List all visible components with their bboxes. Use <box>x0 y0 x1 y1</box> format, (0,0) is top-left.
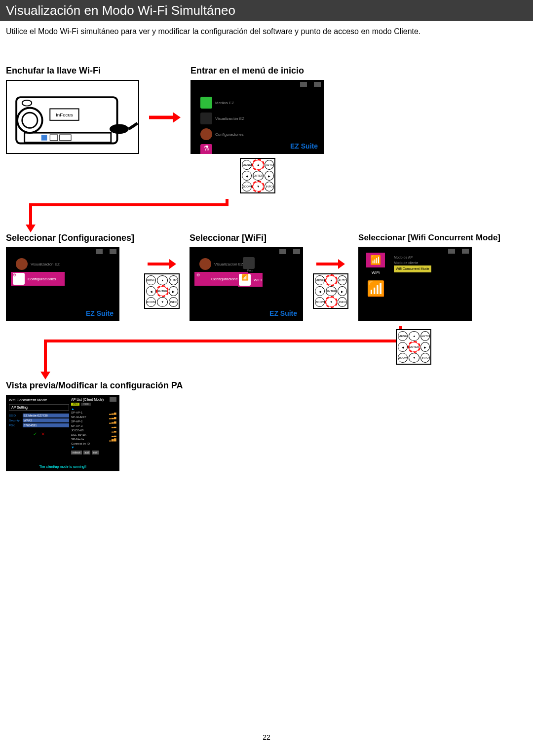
step-config: Seleccionar [Configuraciones] Visualizac… <box>6 233 134 321</box>
screen-preview: Wifi Concurrent Mode AP Setting SSIDEZ M… <box>6 395 119 471</box>
off-btn[interactable]: OFF <box>81 403 91 406</box>
remote-4: MENU▲AUTO ◀ENTER▶ ZOOM▼INFO <box>396 329 431 365</box>
remote-3: MENU▲AUTO ◀ENTER▶ ZOOM▼INFO <box>313 273 348 309</box>
svg-marker-12 <box>173 112 181 123</box>
ssid-input[interactable]: EZ Media-EZ7728 <box>23 414 69 417</box>
wifi-icon-a <box>199 258 211 270</box>
wifi-gray-icon: 📶 <box>362 280 389 297</box>
step-preview: Vista previa/Modificar la configuración … <box>6 380 527 471</box>
step-plug: Enchufar la llave Wi-Fi InFocus <box>6 66 139 154</box>
ap-title: Wifi Concurrent Mode <box>9 398 69 402</box>
screen-concurrent: 📶 WiFi 📶 Modo de AP Modo de cliente Wifi… <box>358 247 472 321</box>
svg-rect-7 <box>41 135 47 141</box>
remote-info: INFO <box>265 182 274 191</box>
remote-2: MENU▲AUTO ◀ENTER▶ ZOOM▼INFO <box>144 273 180 309</box>
remote-auto: AUTO <box>265 160 274 170</box>
remote-zoom: ZOOM <box>242 182 252 191</box>
on-btn[interactable]: ON <box>71 403 79 406</box>
ez-suite-label-2: EZ Suite <box>86 309 114 317</box>
step-concurrent-title: Seleccionar [Wifi Concurrent Mode] <box>358 233 500 243</box>
ok-icon[interactable]: ✓ <box>33 431 37 437</box>
config-icon-2: ⚙ <box>13 273 25 285</box>
arrow-down-1 <box>0 199 247 233</box>
arrow-right-3 <box>316 258 345 270</box>
medios-icon <box>200 97 212 109</box>
wifi-signal-icon: 📶 <box>239 274 251 286</box>
exit-btn[interactable]: exit <box>92 451 99 454</box>
svg-text:InFocus: InFocus <box>56 112 73 117</box>
add-btn[interactable]: add <box>83 451 90 454</box>
projector-diagram: InFocus <box>6 80 139 154</box>
step-wifi-title: Seleccionar [WiFi] <box>190 233 303 243</box>
ap-sub: AP Setting <box>9 404 69 411</box>
remote-down: ▼ <box>253 182 264 191</box>
cancel-icon[interactable]: ✕ <box>41 431 45 437</box>
screen-wifi: Visualización EZ ⚙Configuraciones Foto 📶… <box>190 247 303 321</box>
step-wifi: Seleccionar [WiFi] Visualización EZ ⚙Con… <box>190 233 303 321</box>
pink-icon: ⚗ <box>200 144 212 154</box>
remote-1: MENU ▲ AUTO ◀ ENTER ▶ ZOOM ▼ INFO <box>240 158 275 193</box>
psk-input[interactable]: 87654321 <box>23 423 69 427</box>
wifi-pink-icon: 📶 <box>366 253 385 267</box>
remote-left: ◀ <box>242 171 252 181</box>
step-config-title: Seleccionar [Configuraciones] <box>6 233 134 243</box>
screen-config: Visualización EZ ⚙Configuraciones EZ Sui… <box>6 247 119 321</box>
svg-marker-18 <box>40 372 50 379</box>
ez-suite-label-3: EZ Suite <box>269 309 297 317</box>
svg-marker-17 <box>338 259 345 269</box>
security-input[interactable]: WPA2 <box>23 418 69 422</box>
intro-text: Utilice el Modo Wi-Fi simultáneo para ve… <box>0 27 533 46</box>
wifi-icon-b: ⚙ <box>196 273 208 285</box>
visual-icon <box>200 113 212 124</box>
client-head: AP List (Client Mode) <box>71 398 116 401</box>
remote-menu: MENU <box>242 160 252 170</box>
step-concurrent: Seleccionar [Wifi Concurrent Mode] 📶 WiF… <box>358 233 500 321</box>
page-number: 22 <box>0 733 533 741</box>
config-icon-circle <box>200 128 212 140</box>
svg-marker-15 <box>169 259 176 269</box>
config-icon-1 <box>16 258 28 270</box>
status-msg: The client/ap mode is running!! <box>6 465 119 468</box>
remote-enter: ENTER <box>253 171 264 181</box>
wifi-label: WiFi <box>362 270 389 275</box>
arrow-right-1 <box>149 110 181 125</box>
step-preview-title: Vista previa/Modificar la configuración … <box>6 380 527 391</box>
svg-marker-13 <box>26 225 36 232</box>
ez-suite-label: EZ Suite <box>290 142 318 150</box>
remote-right: ▶ <box>265 171 274 181</box>
concurrent-highlight: Wifi Concurrent Mode <box>394 265 431 272</box>
step-start: Entrar en el menú de inicio Medios EZ Vi… <box>190 66 324 203</box>
section-header: Visualización en Modo Wi-Fi Simultáneo <box>0 0 533 21</box>
screen-start: Medios EZ Visualización EZ Configuracion… <box>190 80 324 154</box>
arrow-right-2 <box>148 258 176 270</box>
step-plug-title: Enchufar la llave Wi-Fi <box>6 66 139 76</box>
svg-point-10 <box>110 124 129 134</box>
arrow-down-2 <box>6 326 450 380</box>
step-start-title: Entrar en el menú de inicio <box>190 66 324 76</box>
foto-icon <box>243 257 255 269</box>
remote-up: ▲ <box>253 160 264 170</box>
refresh-btn[interactable]: refresh <box>71 451 82 454</box>
